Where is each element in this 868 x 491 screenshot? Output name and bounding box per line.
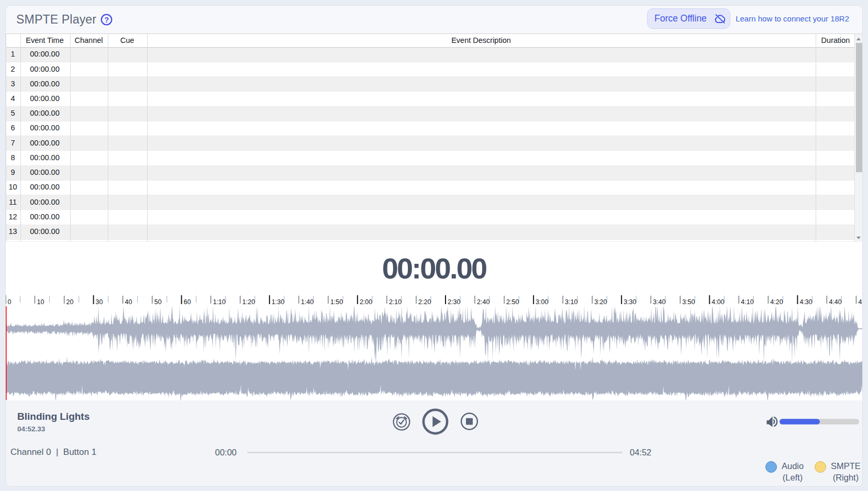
svg-text:3:50: 3:50 (682, 298, 695, 306)
svg-text:4:50: 4:50 (858, 298, 863, 306)
svg-text:3:20: 3:20 (594, 298, 607, 306)
svg-text:3:00: 3:00 (536, 298, 548, 306)
svg-text:4:10: 4:10 (741, 298, 753, 306)
svg-text:50: 50 (154, 298, 162, 306)
svg-text:3:10: 3:10 (565, 298, 577, 306)
svg-text:4:40: 4:40 (829, 298, 841, 306)
svg-text:4:00: 4:00 (711, 298, 724, 306)
svg-text:60: 60 (184, 298, 191, 306)
svg-text:1:40: 1:40 (301, 298, 314, 306)
svg-text:2:00: 2:00 (360, 298, 372, 306)
svg-text:2:40: 2:40 (477, 298, 489, 306)
svg-text:20: 20 (66, 298, 74, 306)
svg-text:1:30: 1:30 (272, 298, 284, 306)
svg-text:3:40: 3:40 (653, 298, 665, 306)
svg-text:1:50: 1:50 (330, 298, 343, 306)
svg-text:4:30: 4:30 (799, 298, 812, 306)
svg-text:4:20: 4:20 (770, 298, 783, 306)
svg-text:1:20: 1:20 (242, 298, 255, 306)
svg-text:3:30: 3:30 (624, 298, 636, 306)
svg-text:10: 10 (37, 298, 44, 306)
svg-text:?: ? (104, 16, 109, 24)
svg-text:0: 0 (8, 298, 12, 306)
svg-text:40: 40 (125, 298, 132, 306)
svg-text:2:30: 2:30 (448, 298, 460, 306)
svg-text:2:20: 2:20 (418, 298, 431, 306)
svg-text:2:50: 2:50 (506, 298, 519, 306)
svg-text:2:10: 2:10 (389, 298, 402, 306)
svg-text:1:10: 1:10 (213, 298, 226, 306)
svg-text:30: 30 (96, 298, 103, 306)
